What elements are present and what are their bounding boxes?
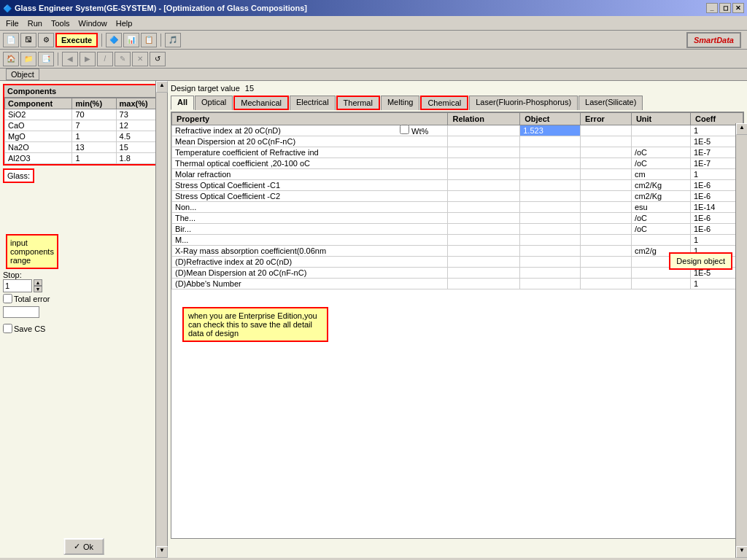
save-checkbox[interactable] [3,324,12,333]
separator-1 [101,34,102,47]
scroll-up-btn[interactable]: ▲ [156,81,168,93]
table-row: Thermal optical coefficient ,20-100 oC/o… [172,158,743,169]
tab-electrical[interactable]: Electrical [290,96,336,110]
design-object-box: Design object [669,252,732,270]
toolbar2-btn-5[interactable]: ▶ [80,52,96,66]
save-section: Save CS [3,324,164,333]
toolbar-btn-1[interactable]: 📄 [3,33,19,47]
design-target-label: Design target value [171,84,240,93]
glass-label: Glass: [3,168,34,183]
app-icon: 🔷 [3,4,12,12]
title-text: Glass Engineer System(GE-SYSTEM) - [Opti… [15,4,307,12]
col-error: Error [580,113,631,125]
restore-button[interactable]: ◻ [719,3,731,13]
toolbar2-btn-6[interactable]: / [97,52,113,66]
table-row: CaO712 [5,120,163,131]
col-min: min(%) [72,98,116,109]
minimize-button[interactable]: _ [706,3,718,13]
toolbar-btn-7[interactable]: 🎵 [165,33,181,47]
menu-file[interactable]: File [1,18,23,29]
menu-help[interactable]: Help [112,18,137,29]
save-label: Save CS [14,324,45,333]
tab-optical[interactable]: Optical [195,96,233,110]
stop-up[interactable]: ▲ [34,279,42,286]
tab-laser-silicate-[interactable]: Laser(Silicate) [578,96,643,110]
menu-window[interactable]: Window [74,18,112,29]
ok-label: Ok [83,542,93,551]
tab-all[interactable]: All [171,96,194,110]
table-row: The.../oC1E-6 [172,213,743,224]
close-button[interactable]: ✕ [732,3,744,13]
toolbar1: 📄 🖫 ⚙ Execute 🔷 📊 📋 🎵 SmartData [0,31,747,50]
total-error-input[interactable] [3,306,39,318]
toolbar-btn-4[interactable]: 🔷 [106,33,122,47]
wt-checkbox[interactable] [400,125,409,134]
left-scrollbar: ▲ ▼ [155,81,167,558]
tab-melting[interactable]: Melting [381,96,419,110]
col-object: Object [520,113,581,125]
ok-button[interactable]: ✓ Ok [63,538,104,555]
separator-2 [160,34,161,47]
scroll-down-btn[interactable]: ▼ [156,546,168,558]
toolbar2-btn-3[interactable]: 📑 [38,52,54,66]
enterprise-tooltip: when you are Enterprise Edition,you can … [182,307,328,342]
separator-3 [58,52,58,66]
table-row: SiO27073 [5,109,163,120]
toolbar2-btn-1[interactable]: 🏠 [3,52,19,66]
table-row: Stress Optical Coefficient -C1cm2/Kg1E-6 [172,180,743,191]
right-scroll-down[interactable]: ▼ [736,546,747,558]
table-row: X-Ray mass absorption coefficient(0.06nm… [172,246,743,257]
toolbar-btn-6[interactable]: 📋 [141,33,157,47]
table-row: MgO14.5 [5,131,163,142]
object-tab[interactable]: Object [6,69,39,80]
table-row: Mean Dispersion at 20 oC(nF-nC)1E-5 [172,136,743,147]
object-label-row: Object [0,69,747,81]
input-components-label: input components range [6,234,58,269]
table-row: Refractive index at 20 oC(nD)1.5231 [172,125,743,136]
menu-tools[interactable]: Tools [47,18,74,29]
toolbar2: 🏠 📁 📑 ◀ ▶ / ✎ ✕ ↺ [0,50,747,69]
tab-laser-fluorin-phosphorus-[interactable]: Laser(Fluorin-Phosphorus) [469,96,578,110]
components-box: Components Component min(%) max(%) SiO27… [3,84,164,166]
total-error-label: Total error [14,295,50,303]
toolbar2-btn-9[interactable]: ↺ [150,52,166,66]
toolbar-btn-5[interactable]: 📊 [123,33,139,47]
col-property: Property [172,113,448,125]
right-scrollbar: ▲ ▼ [735,123,747,558]
toolbar-btn-2[interactable]: 🖫 [20,33,36,47]
tab-thermal[interactable]: Thermal [336,96,380,110]
col-unit: Unit [631,113,690,125]
col-relation: Relation [448,113,520,125]
design-target-value: 15 [245,84,254,93]
design-object-label: Design object [676,257,725,265]
toolbar2-btn-8[interactable]: ✕ [132,52,148,66]
wt-label: Wt% [411,127,428,136]
table-row: Non...esu1E-14 [172,202,743,213]
stop-down[interactable]: ▼ [34,286,42,292]
total-error-checkbox[interactable] [3,294,12,303]
stop-label: Stop: [3,271,164,279]
checkmark-icon: ✓ [74,542,80,551]
toolbar2-btn-4[interactable]: ◀ [62,52,78,66]
toolbar2-btn-2[interactable]: 📁 [20,52,36,66]
components-table: Component min(%) max(%) SiO27073CaO712Mg… [4,98,163,164]
tab-chemical[interactable]: Chemical [420,96,468,110]
table-row: Na2O1315 [5,142,163,153]
execute-button[interactable]: Execute [55,33,98,47]
smartdata-logo: SmartData [686,32,741,48]
table-row: Bir.../oC1E-6 [172,224,743,235]
right-scroll-up[interactable]: ▲ [736,123,747,135]
table-row: (D)Refractive index at 20 oC(nD)1 [172,257,743,268]
title-bar: 🔷 Glass Engineer System(GE-SYSTEM) - [Op… [0,0,747,16]
components-title: Components [4,85,163,98]
stop-input[interactable] [3,279,32,292]
toolbar-btn-3[interactable]: ⚙ [38,33,54,47]
toolbar2-btn-7[interactable]: ✎ [115,52,131,66]
table-row: M...1 [172,235,743,246]
table-row: Temperature coefficient of Refractive in… [172,147,743,158]
stop-section: Stop: ▲ ▼ Total error [3,271,164,318]
menu-run[interactable]: Run [23,18,47,29]
table-row: (D)Mean Dispersion at 20 oC(nF-nC)1E-5 [172,268,743,279]
tabs-container: AllOpticalMechanicalElectricalThermalMel… [171,96,744,110]
tab-mechanical[interactable]: Mechanical [233,96,289,110]
